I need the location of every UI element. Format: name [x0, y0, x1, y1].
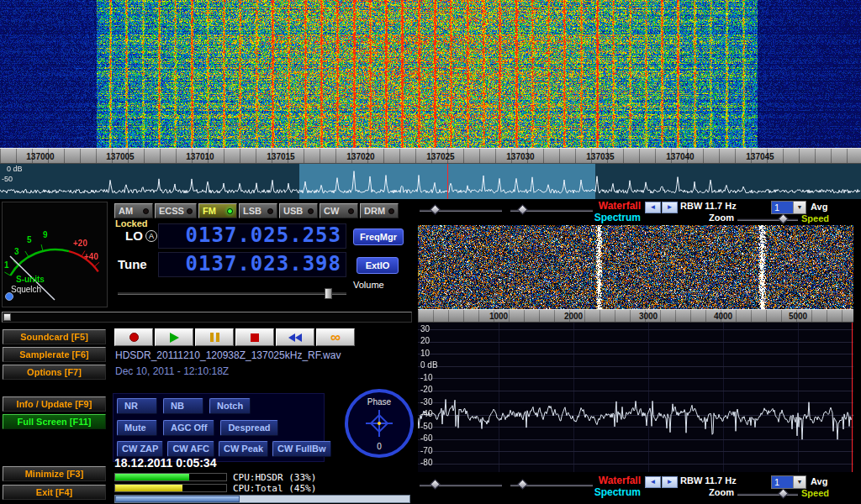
mode-fm-button[interactable]: FM	[198, 203, 237, 218]
lo-label: LO	[125, 228, 143, 243]
rewind-button[interactable]	[276, 328, 314, 346]
freqmgr-button[interactable]: FreqMgr	[353, 228, 404, 245]
main-waterfall-display[interactable]	[0, 0, 861, 148]
lower-contrast-thumb[interactable]	[517, 479, 528, 490]
audio-db-label: -40	[420, 409, 451, 418]
upper-zoom-thumb[interactable]	[778, 213, 789, 224]
meter-green-arc	[10, 249, 69, 276]
lower-avg-dropdown[interactable]: 1 ▼	[771, 475, 806, 489]
audio-frequency-scale[interactable]: 1000 2000 3000 4000 5000	[418, 309, 853, 323]
options-button[interactable]: Options [F7]	[3, 365, 106, 380]
nb-button[interactable]: NB	[163, 398, 203, 414]
bottom-scrollbar[interactable]	[114, 495, 410, 503]
notch-button[interactable]: Notch	[209, 398, 251, 414]
stop-button[interactable]	[235, 328, 274, 346]
play-button[interactable]	[155, 328, 193, 346]
lower-brightness-slider[interactable]	[420, 484, 502, 486]
lo-frequency-display[interactable]: 0137.025.253	[158, 223, 346, 249]
extio-button[interactable]: ExtIO	[357, 257, 399, 274]
mode-fm-label: FM	[203, 206, 216, 216]
mode-lsb-button[interactable]: LSB	[239, 203, 277, 218]
scroll-right-icon[interactable]: ►	[662, 476, 678, 488]
lower-zoom-thumb[interactable]	[778, 488, 789, 499]
agc-button[interactable]: AGC Off	[163, 420, 214, 436]
upper-spectrum-mode-button[interactable]: Spectrum	[587, 212, 641, 223]
cpu-total-bar	[114, 484, 227, 492]
lower-contrast-slider[interactable]	[510, 484, 593, 486]
main-db-label-top: 0 dB	[7, 165, 23, 173]
despread-button[interactable]: Despread	[220, 420, 277, 436]
volume-slider[interactable]	[118, 291, 346, 295]
loop-button[interactable]: ∞	[316, 328, 355, 346]
recording-date: Dec 10, 2011 - 12:10:18Z	[115, 365, 229, 377]
mute-button[interactable]: Mute	[117, 420, 157, 436]
record-icon	[129, 333, 139, 342]
locked-indicator: Locked	[115, 218, 148, 228]
upper-avg-dropdown[interactable]: 1 ▼	[771, 201, 806, 214]
playback-position-handle[interactable]	[3, 313, 11, 321]
soundcard-button[interactable]: Soundcard [F5]	[3, 329, 106, 344]
mode-usb-button[interactable]: USB	[279, 203, 318, 218]
fullscreen-button[interactable]: Full Screen [F11]	[3, 414, 106, 429]
cpu-hdsdr-fill	[115, 474, 189, 480]
phase-indicator[interactable]: Phase 0	[342, 386, 416, 460]
lower-brightness-thumb[interactable]	[430, 479, 441, 490]
upper-avg-dropdown-value: 1	[772, 202, 793, 213]
lower-display-scrollbar[interactable]: ◄ ►	[645, 476, 679, 488]
cw-fullbw-button[interactable]: CW FullBw	[272, 441, 330, 457]
dropdown-arrow-icon[interactable]: ▼	[793, 202, 806, 213]
upper-avg-label: Avg	[811, 202, 827, 212]
mode-cw-button[interactable]: CW	[320, 203, 358, 218]
cw-afc-button[interactable]: CW AFC	[167, 441, 214, 457]
upper-contrast-slider[interactable]	[510, 209, 593, 212]
lower-spectrum-mode-button[interactable]: Spectrum	[587, 486, 641, 498]
minimize-button[interactable]: Minimize [F3]	[3, 466, 106, 481]
phase-label: Phase	[342, 397, 416, 407]
main-db-label-mid: -50	[2, 175, 13, 183]
lower-waterfall-mode-button[interactable]: Waterfall	[587, 475, 641, 486]
dropdown-arrow-icon[interactable]: ▼	[793, 476, 806, 488]
audio-spectrum-display[interactable]	[418, 323, 853, 472]
scroll-left-icon[interactable]: ◄	[645, 476, 661, 488]
main-frequency-scale[interactable]: 137000 137005 137010 137015 137020 13702…	[0, 148, 861, 164]
lo-lock-a-button[interactable]: A	[145, 230, 157, 242]
lower-avg-label: Avg	[811, 476, 827, 486]
mode-am-button[interactable]: AM	[114, 203, 153, 218]
upper-waterfall-mode-button[interactable]: Waterfall	[587, 200, 641, 212]
upper-brightness-slider[interactable]	[420, 209, 502, 212]
mode-ecss-button[interactable]: ECSS	[155, 203, 197, 218]
mode-button-row: AM ECSS FM LSB USB CW DRM	[114, 203, 399, 218]
lower-zoom-slider[interactable]	[737, 493, 798, 496]
samplerate-button[interactable]: Samplerate [F6]	[3, 347, 106, 362]
playback-position-slider[interactable]	[2, 312, 412, 323]
upper-rbw-label: RBW 11.7 Hz	[680, 201, 737, 211]
transport-bar: ∞	[114, 328, 355, 346]
loop-icon: ∞	[330, 331, 341, 344]
upper-contrast-thumb[interactable]	[517, 204, 528, 215]
scroll-left-icon[interactable]: ◄	[645, 202, 661, 213]
squelch-knob[interactable]	[6, 293, 13, 301]
nr-button[interactable]: NR	[117, 398, 157, 414]
stop-icon	[251, 333, 259, 342]
exit-button[interactable]: Exit [F4]	[3, 485, 106, 500]
meter-tick	[4, 272, 10, 276]
pause-button[interactable]	[195, 328, 234, 346]
upper-brightness-thumb[interactable]	[430, 204, 441, 215]
upper-zoom-slider[interactable]	[737, 218, 798, 221]
cw-peak-button[interactable]: CW Peak	[219, 441, 268, 457]
info-update-button[interactable]: Info / Update [F9]	[3, 396, 106, 412]
lower-speed-label: Speed	[801, 488, 829, 498]
volume-slider-handle[interactable]	[325, 288, 332, 299]
tune-frequency-display[interactable]: 0137.023.398	[158, 252, 346, 277]
audio-waterfall-display[interactable]	[418, 225, 853, 309]
upper-display-scrollbar[interactable]: ◄ ►	[645, 202, 679, 213]
bottom-scrollbar-thumb[interactable]	[115, 496, 240, 502]
main-spectrum-display[interactable]	[0, 164, 861, 199]
record-button[interactable]	[114, 328, 153, 346]
upper-speed-label: Speed	[801, 213, 829, 223]
volume-label: Volume	[353, 280, 384, 290]
squelch-label: Squelch	[11, 285, 41, 294]
mode-drm-button[interactable]: DRM	[360, 203, 399, 218]
cw-zap-button[interactable]: CW ZAP	[117, 441, 163, 457]
scroll-right-icon[interactable]: ►	[662, 202, 678, 213]
